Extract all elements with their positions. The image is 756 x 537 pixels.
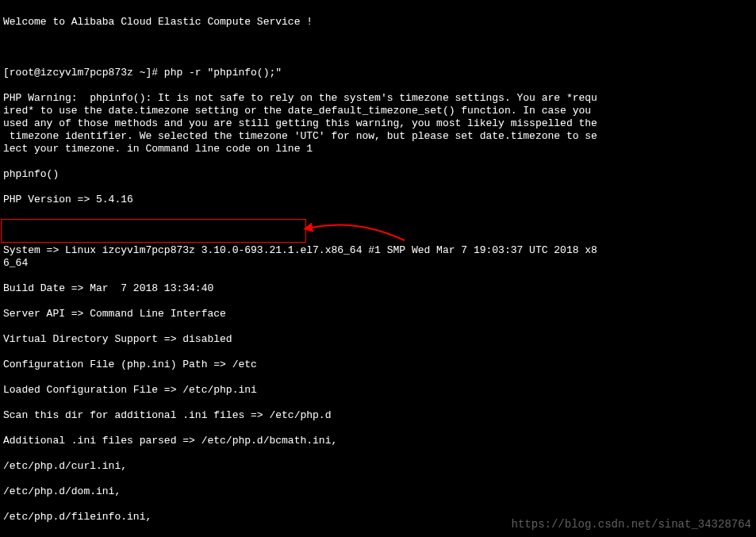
build-date: Build Date => Mar 7 2018 13:34:40 [3, 282, 753, 295]
blank-line [3, 41, 753, 54]
warning-block: PHP Warning: phpinfo(): It is not safe t… [3, 92, 753, 155]
prompt-line: [root@izcyvlm7pcp873z ~]# php -r "phpinf… [3, 67, 753, 79]
scan-dir: Scan this dir for additional .ini files … [3, 409, 753, 422]
watermark-text: https://blog.csdn.net/sinat_34328764 [512, 518, 751, 531]
terminal-output[interactable]: Welcome to Alibaba Cloud Elastic Compute… [3, 3, 753, 537]
additional-ini: Additional .ini files parsed => /etc/php… [3, 435, 753, 447]
virtual-dir: Virtual Directory Support => disabled [3, 333, 753, 346]
phpinfo-header: phpinfo() [3, 168, 753, 181]
server-api: Server API => Command Line Interface [3, 308, 753, 320]
blank-line [3, 219, 753, 232]
ini-file: /etc/php.d/curl.ini, [3, 460, 753, 473]
php-version: PHP Version => 5.4.16 [3, 194, 753, 206]
ini-file: /etc/php.d/dom.ini, [3, 485, 753, 498]
system-line: System => Linux izcyvlm7pcp873z 3.10.0-6… [3, 244, 753, 270]
loaded-config: Loaded Configuration File => /etc/php.in… [3, 384, 753, 397]
welcome-line: Welcome to Alibaba Cloud Elastic Compute… [3, 16, 753, 29]
config-file-path: Configuration File (php.ini) Path => /et… [3, 359, 753, 371]
